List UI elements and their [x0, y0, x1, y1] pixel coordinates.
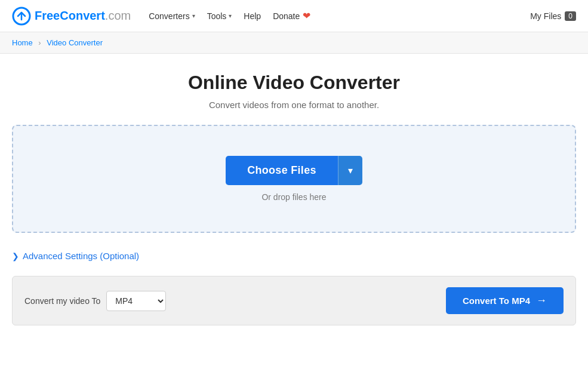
choose-files-dropdown-button[interactable]: ▾	[338, 156, 362, 185]
nav-converters[interactable]: Converters ▾	[149, 11, 195, 21]
main-nav: Converters ▾ Tools ▾ Help Donate ❤	[149, 10, 530, 21]
choose-files-group: Choose Files ▾	[226, 156, 362, 185]
header: FreeConvert.com Converters ▾ Tools ▾ Hel…	[0, 0, 588, 32]
logo[interactable]: FreeConvert.com	[12, 7, 131, 26]
breadcrumb-separator: ›	[38, 38, 41, 47]
arrow-right-icon: →	[536, 294, 547, 307]
breadcrumb-current: Video Converter	[47, 38, 103, 47]
main-content: Online Video Converter Convert videos fr…	[0, 54, 588, 337]
chevron-right-icon: ❯	[12, 251, 19, 261]
advanced-settings-toggle[interactable]: ❯ Advanced Settings (Optional)	[12, 251, 576, 261]
convert-label-group: Convert my video To MP4 AVI MOV MKV WMV …	[24, 291, 166, 311]
nav-tools[interactable]: Tools ▾	[207, 11, 232, 21]
files-count-badge: 0	[565, 11, 576, 21]
nav-donate[interactable]: Donate ❤	[273, 10, 310, 21]
logo-icon	[12, 7, 31, 26]
nav-help[interactable]: Help	[244, 11, 261, 21]
convert-bar: Convert my video To MP4 AVI MOV MKV WMV …	[12, 276, 576, 325]
page-title: Online Video Converter	[12, 72, 576, 94]
convert-button[interactable]: Convert To MP4 →	[446, 287, 564, 314]
page-subtitle: Convert videos from one format to anothe…	[12, 100, 576, 110]
advanced-settings-section: ❯ Advanced Settings (Optional)	[12, 245, 576, 267]
convert-prefix-label: Convert my video To	[24, 296, 100, 306]
tools-chevron-icon: ▾	[229, 13, 232, 19]
breadcrumb-home[interactable]: Home	[12, 38, 33, 47]
heart-icon: ❤	[303, 10, 310, 21]
choose-files-button[interactable]: Choose Files	[226, 156, 338, 185]
my-files[interactable]: My Files 0	[530, 11, 576, 21]
drop-zone[interactable]: Choose Files ▾ Or drop files here	[12, 125, 576, 233]
my-files-label: My Files	[530, 11, 561, 21]
dropdown-chevron-icon: ▾	[348, 165, 353, 176]
converters-chevron-icon: ▾	[192, 13, 195, 19]
drop-hint-text: Or drop files here	[261, 192, 326, 202]
logo-text: FreeConvert.com	[35, 9, 131, 23]
format-select[interactable]: MP4 AVI MOV MKV WMV FLV WEBM MP3	[106, 291, 166, 311]
convert-button-label: Convert To MP4	[463, 296, 530, 306]
breadcrumb: Home › Video Converter	[0, 32, 588, 54]
advanced-settings-label: Advanced Settings (Optional)	[23, 251, 139, 261]
